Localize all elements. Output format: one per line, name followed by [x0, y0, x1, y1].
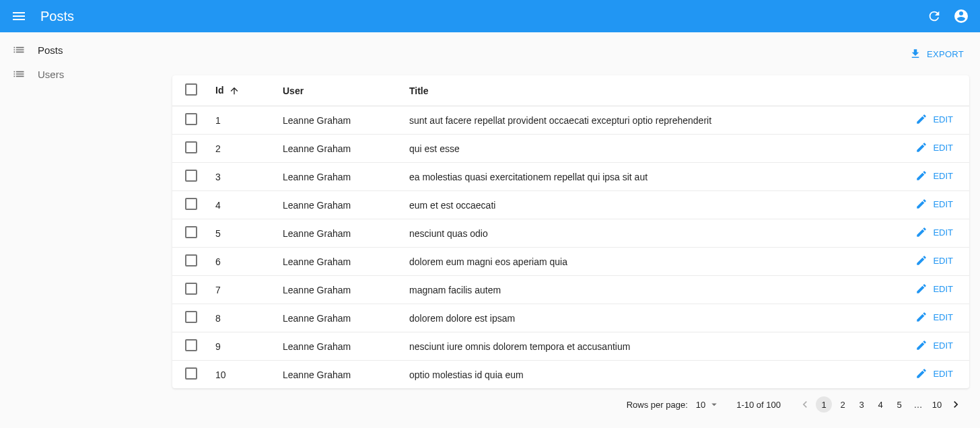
row-checkbox[interactable]: [185, 170, 197, 182]
pencil-icon: [915, 367, 928, 380]
row-checkbox[interactable]: [185, 226, 197, 238]
cell-user: Leanne Graham: [272, 191, 398, 219]
page-number-3[interactable]: 3: [853, 396, 870, 413]
rows-per-page-label: Rows per page:: [627, 400, 688, 410]
cell-title: qui est esse: [398, 135, 888, 163]
column-label: Title: [409, 85, 429, 96]
pencil-icon: [915, 311, 928, 323]
edit-button[interactable]: EDIT: [915, 283, 953, 295]
page-number-4[interactable]: 4: [872, 396, 888, 413]
main-content: EXPORT Id: [162, 32, 980, 423]
export-label: EXPORT: [927, 49, 964, 59]
pencil-icon: [915, 226, 928, 238]
table-row[interactable]: 8Leanne Grahamdolorem dolore est ipsamED…: [172, 304, 969, 332]
menu-toggle-button[interactable]: [11, 8, 27, 24]
edit-button[interactable]: EDIT: [915, 170, 953, 182]
previous-page-button[interactable]: [797, 396, 813, 413]
page-number-5[interactable]: 5: [891, 396, 907, 413]
page-ellipsis: …: [910, 400, 926, 410]
table-row[interactable]: 5Leanne Grahamnesciunt quas odioEDIT: [172, 219, 969, 248]
hamburger-icon: [11, 8, 27, 24]
table-row[interactable]: 1Leanne Grahamsunt aut facere repellat p…: [172, 106, 969, 135]
page-number-2[interactable]: 2: [835, 396, 851, 413]
export-button[interactable]: EXPORT: [904, 44, 969, 64]
select-all-checkbox[interactable]: [185, 83, 197, 96]
edit-button[interactable]: EDIT: [915, 141, 953, 153]
sidebar: Posts Users: [0, 32, 162, 423]
cell-user: Leanne Graham: [272, 332, 398, 361]
dropdown-arrow-icon: [708, 398, 720, 411]
pagination-range: 1-10 of 100: [736, 400, 781, 410]
edit-label: EDIT: [933, 199, 953, 209]
account-button[interactable]: [953, 8, 969, 24]
column-header-user[interactable]: User: [272, 75, 398, 106]
refresh-icon: [927, 9, 942, 24]
cell-title: dolorem eum magni eos aperiam quia: [398, 248, 888, 276]
table-row[interactable]: 10Leanne Grahamoptio molestias id quia e…: [172, 361, 969, 389]
cell-title: optio molestias id quia eum: [398, 361, 888, 389]
cell-title: sunt aut facere repellat provident occae…: [398, 106, 888, 135]
app-header: Posts: [0, 0, 980, 32]
list-toolbar: EXPORT: [172, 32, 969, 75]
edit-label: EDIT: [933, 114, 953, 124]
edit-label: EDIT: [933, 341, 953, 351]
sidebar-item-users[interactable]: Users: [0, 62, 162, 86]
page-nav: 12345…10: [797, 396, 964, 413]
edit-button[interactable]: EDIT: [915, 311, 953, 323]
table-row[interactable]: 6Leanne Grahamdolorem eum magni eos aper…: [172, 248, 969, 276]
row-checkbox[interactable]: [185, 254, 197, 266]
page-number-1[interactable]: 1: [816, 396, 832, 413]
download-icon: [909, 48, 921, 60]
cell-title: dolorem dolore est ipsam: [398, 304, 888, 332]
cell-id: 4: [205, 191, 272, 219]
table-row[interactable]: 7Leanne Grahammagnam facilis autemEDIT: [172, 276, 969, 304]
data-table: Id User Title 1Lean: [172, 75, 969, 388]
cell-title: nesciunt iure omnis dolorem tempora et a…: [398, 332, 888, 361]
table-row[interactable]: 3Leanne Grahamea molestias quasi exercit…: [172, 163, 969, 191]
chevron-left-icon: [798, 398, 812, 411]
row-checkbox[interactable]: [185, 339, 197, 351]
edit-button[interactable]: EDIT: [915, 226, 953, 238]
rows-per-page-select[interactable]: 10: [696, 398, 720, 411]
edit-label: EDIT: [933, 171, 953, 181]
list-icon: [11, 42, 27, 58]
table-row[interactable]: 4Leanne Grahameum et est occaecatiEDIT: [172, 191, 969, 219]
edit-button[interactable]: EDIT: [915, 367, 953, 380]
row-checkbox[interactable]: [185, 198, 197, 210]
column-header-title[interactable]: Title: [398, 75, 888, 106]
table-row[interactable]: 9Leanne Grahamnesciunt iure omnis dolore…: [172, 332, 969, 361]
column-label: User: [283, 85, 304, 96]
cell-id: 7: [205, 276, 272, 304]
row-checkbox[interactable]: [185, 367, 197, 380]
edit-label: EDIT: [933, 369, 953, 379]
column-header-id[interactable]: Id: [205, 75, 272, 106]
page-number-10[interactable]: 10: [929, 396, 945, 413]
next-page-button[interactable]: [948, 396, 964, 413]
row-checkbox[interactable]: [185, 283, 197, 295]
sidebar-item-posts[interactable]: Posts: [0, 38, 162, 62]
cell-user: Leanne Graham: [272, 106, 398, 135]
account-circle-icon: [953, 8, 969, 24]
edit-button[interactable]: EDIT: [915, 254, 953, 266]
cell-user: Leanne Graham: [272, 163, 398, 191]
row-checkbox[interactable]: [185, 311, 197, 323]
refresh-button[interactable]: [926, 8, 942, 24]
edit-button[interactable]: EDIT: [915, 339, 953, 351]
chevron-right-icon: [949, 398, 963, 411]
table-row[interactable]: 2Leanne Grahamqui est esseEDIT: [172, 135, 969, 163]
cell-user: Leanne Graham: [272, 135, 398, 163]
edit-button[interactable]: EDIT: [915, 198, 953, 210]
sort-ascending-icon: [229, 85, 240, 96]
rows-per-page-value: 10: [696, 400, 705, 410]
row-checkbox[interactable]: [185, 141, 197, 153]
row-checkbox[interactable]: [185, 113, 197, 125]
column-label: Id: [215, 85, 223, 96]
edit-button[interactable]: EDIT: [915, 113, 953, 125]
cell-id: 3: [205, 163, 272, 191]
list-icon: [11, 66, 27, 82]
pencil-icon: [915, 170, 928, 182]
cell-id: 1: [205, 106, 272, 135]
cell-user: Leanne Graham: [272, 361, 398, 389]
table-header-row: Id User Title: [172, 75, 969, 106]
cell-id: 8: [205, 304, 272, 332]
